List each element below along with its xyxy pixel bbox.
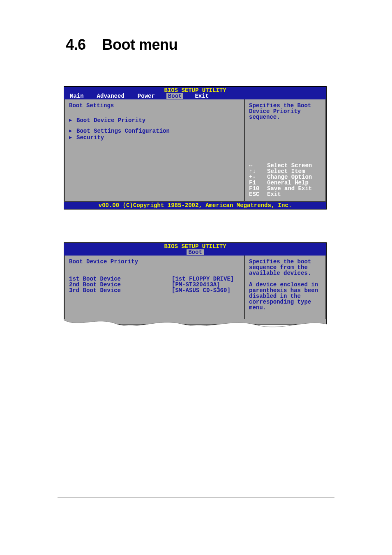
key: F1	[249, 180, 267, 186]
boot-device-value: [PM-ST320413A]	[172, 282, 220, 288]
bios-tabs: Boot	[64, 249, 326, 256]
tab-boot[interactable]: Boot	[187, 249, 204, 255]
bios-window-boot-device-priority: BIOS SETUP UTILITY Boot Boot Device Prio…	[64, 242, 327, 325]
page-footer-rule	[58, 497, 334, 497]
torn-edge-icon	[64, 316, 327, 332]
tab-boot[interactable]: Boot	[166, 93, 184, 99]
key: +-	[249, 174, 267, 180]
submenu-arrow-icon: ▶	[69, 135, 76, 140]
key-action: Select Screen	[267, 163, 312, 168]
boot-device-label: 1st Boot Device	[69, 276, 172, 282]
menu-item-boot-device-priority[interactable]: ▶ Boot Device Priority	[69, 117, 240, 123]
menu-label: Boot Settings Configuration	[76, 128, 170, 134]
key-action: Exit	[267, 191, 281, 197]
help-text: Specifies the Boot Device Priority seque…	[249, 103, 321, 120]
bios-left-panel: Boot Settings ▶ Boot Device Priority ▶ B…	[64, 99, 244, 202]
section-label: Boot Settings	[69, 103, 240, 108]
key-action: Save and Exit	[267, 186, 312, 191]
menu-label: Boot Device Priority	[76, 117, 145, 123]
tab-exit[interactable]: Exit	[193, 93, 210, 99]
key: ↑↓	[249, 168, 267, 174]
section-number: 4.6	[66, 36, 86, 53]
bios-tabs: MainAdvancedPowerBootExit	[64, 93, 326, 99]
key-action: Change Option	[267, 174, 312, 180]
key: F10	[249, 186, 267, 191]
bios-window-boot-settings: BIOS SETUP UTILITY MainAdvancedPowerBoot…	[64, 86, 327, 210]
bios-help-panel: Specifies the boot sequence from the ava…	[244, 256, 326, 319]
submenu-arrow-icon: ▶	[69, 118, 76, 123]
boot-device-label: 2nd Boot Device	[69, 282, 172, 288]
boot-device-row-2[interactable]: 2nd Boot Device [PM-ST320413A]	[69, 282, 240, 288]
boot-device-value: [SM-ASUS CD-S360]	[172, 288, 231, 293]
section-text: Boot menu	[102, 36, 178, 53]
keyboard-help: ↔Select Screen ↑↓Select Item +-Change Op…	[249, 163, 321, 197]
boot-device-label: 3rd Boot Device	[69, 288, 172, 293]
boot-device-row-3[interactable]: 3rd Boot Device [SM-ASUS CD-S360]	[69, 288, 240, 293]
bios-left-panel: Boot Device Priority 1st Boot Device [1s…	[64, 256, 244, 319]
key-action: Select Item	[267, 168, 305, 174]
bios-help-panel: Specifies the Boot Device Priority seque…	[244, 99, 326, 202]
tab-main[interactable]: Main	[68, 93, 85, 99]
menu-item-security[interactable]: ▶ Security	[69, 135, 240, 140]
key: ESC	[249, 191, 267, 197]
section-label: Boot Device Priority	[69, 259, 240, 265]
help-text: Specifies the boot sequence from the ava…	[249, 259, 321, 276]
boot-device-value: [1st FLOPPY DRIVE]	[172, 276, 234, 282]
key-action: General Help	[267, 180, 309, 186]
page-title: 4.6Boot menu	[66, 36, 334, 53]
tab-advanced[interactable]: Advanced	[95, 93, 126, 99]
boot-device-row-1[interactable]: 1st Boot Device [1st FLOPPY DRIVE]	[69, 276, 240, 282]
bios-title: BIOS SETUP UTILITY	[64, 243, 326, 249]
bios-footer: v00.00 (C)Copyright 1985-2002, American …	[64, 202, 326, 209]
menu-label: Security	[76, 135, 104, 140]
menu-item-boot-settings-configuration[interactable]: ▶ Boot Settings Configuration	[69, 128, 240, 134]
bios-title: BIOS SETUP UTILITY	[64, 87, 326, 93]
help-text: A device enclosed in parenthesis has bee…	[249, 282, 321, 311]
key: ↔	[249, 163, 267, 168]
submenu-arrow-icon: ▶	[69, 129, 76, 134]
tab-power[interactable]: Power	[136, 93, 157, 99]
